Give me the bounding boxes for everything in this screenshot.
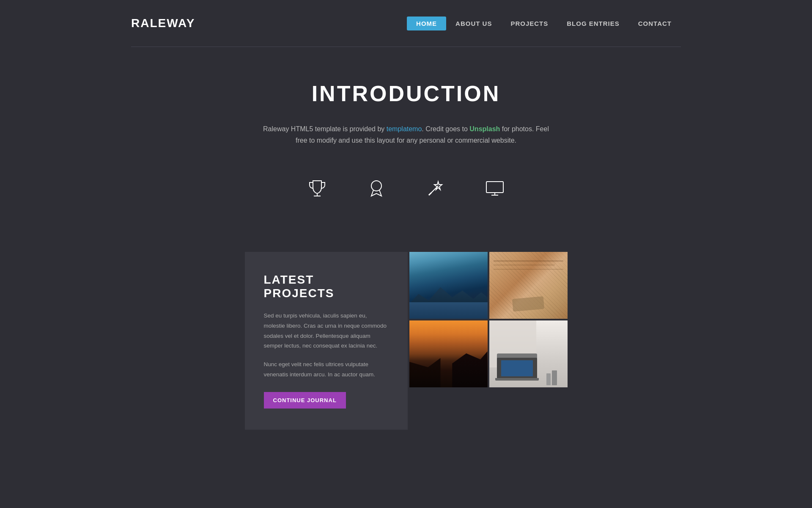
- nav-about-us[interactable]: ABOUT US: [446, 17, 501, 30]
- image-row-1: [409, 252, 568, 319]
- award-icon: [364, 176, 389, 201]
- navigation: HOME ABOUT US PROJECTS BLOG ENTRIES CONT…: [407, 17, 681, 30]
- nav-contact[interactable]: CONTACT: [629, 17, 681, 30]
- intro-title: INTRODUCTION: [169, 81, 643, 106]
- intro-text-part2: . Credit goes to: [422, 125, 469, 133]
- image-row-2: [409, 320, 568, 387]
- projects-card: LATEST PROJECTS Sed eu turpis vehicula, …: [245, 252, 408, 430]
- projects-title: LATEST PROJECTS: [264, 273, 389, 300]
- main-content: LATEST PROJECTS Sed eu turpis vehicula, …: [0, 252, 812, 464]
- unsplash-link[interactable]: Unsplash: [469, 125, 500, 133]
- continue-journal-button[interactable]: CONTINUE JOURNAL: [264, 392, 346, 409]
- svg-point-2: [371, 181, 381, 191]
- icons-row: [169, 167, 643, 226]
- header: RALEWAY HOME ABOUT US PROJECTS BLOG ENTR…: [0, 0, 812, 47]
- nav-blog-entries[interactable]: BLOG ENTRIES: [557, 17, 629, 30]
- image-mountain-lake: [409, 252, 488, 319]
- logo: RALEWAY: [131, 17, 195, 30]
- svg-rect-6: [486, 182, 503, 193]
- nav-home[interactable]: HOME: [407, 17, 446, 30]
- nav-projects[interactable]: PROJECTS: [501, 17, 557, 30]
- trophy-icon: [304, 176, 330, 201]
- projects-image-grid: [409, 252, 568, 430]
- templatemo-link[interactable]: templatemo: [387, 125, 422, 133]
- projects-paragraph1: Sed eu turpis vehicula, iaculis sapien e…: [264, 311, 389, 351]
- monitor-icon: [482, 176, 508, 201]
- image-sunset: [409, 320, 488, 387]
- intro-text-part1: Raleway HTML5 template is provided by: [263, 125, 387, 133]
- svg-line-5: [429, 193, 431, 195]
- projects-paragraph2: Nunc eget velit nec felis ultrices vulpu…: [264, 359, 389, 379]
- image-laptop: [489, 320, 568, 387]
- image-map: [489, 252, 568, 319]
- intro-section: INTRODUCTION Raleway HTML5 template is p…: [0, 47, 812, 252]
- intro-description: Raleway HTML5 template is provided by te…: [262, 123, 550, 146]
- magic-wand-icon: [423, 176, 448, 201]
